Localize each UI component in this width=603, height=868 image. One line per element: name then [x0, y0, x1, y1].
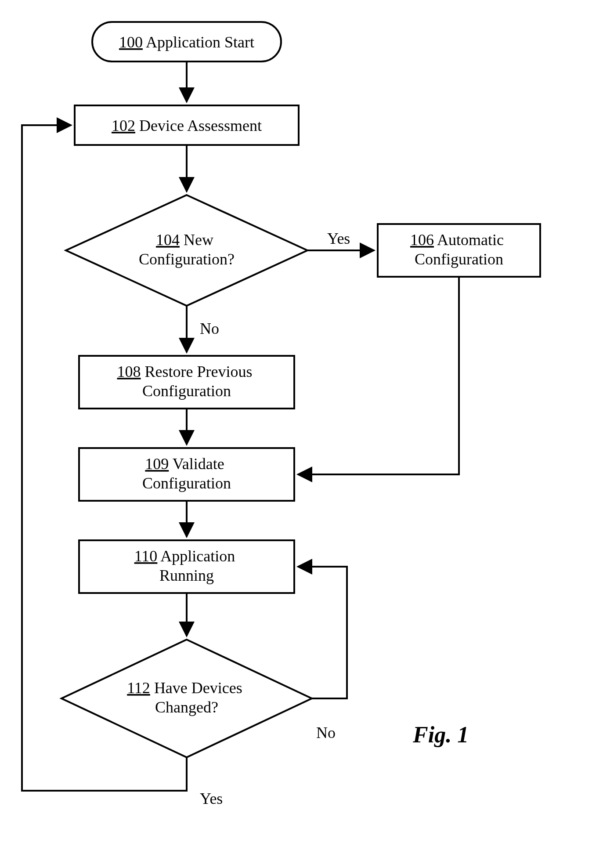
edge-104-no-label: No	[200, 320, 219, 337]
ref-104: 104	[156, 231, 180, 249]
node-auto-config: 106 Automatic Configuration	[378, 224, 540, 277]
lbl-110a: Application	[160, 547, 235, 565]
lbl-110b: Running	[159, 567, 214, 584]
lbl-112a: Have Devices	[154, 679, 242, 697]
flowchart: 100 Application Start 102 Device Assessm…	[0, 0, 603, 868]
lbl-106a: Automatic	[437, 231, 504, 249]
edge-112-no	[298, 567, 347, 698]
lbl-109b: Configuration	[142, 474, 231, 492]
svg-text:102
         
        Device A: 102 Device Assessment	[112, 117, 262, 134]
svg-text:100
         
        Applicat: 100 Application Start	[119, 33, 254, 51]
lbl-100: Application Start	[146, 33, 254, 51]
edge-112-yes-label: Yes	[200, 790, 223, 807]
node-start: 100 Application Start	[92, 22, 281, 61]
node-app-running: 110 Application Running	[79, 540, 294, 593]
ref-109: 109	[145, 455, 169, 473]
lbl-112b: Changed?	[155, 698, 218, 716]
lbl-109a: Validate	[173, 455, 224, 473]
ref-100: 100	[119, 33, 143, 51]
node-restore-prev: 108 Restore Previous Configuration	[79, 356, 294, 409]
lbl-102: Device Assessment	[139, 117, 262, 134]
lbl-104b: Configuration?	[139, 250, 235, 268]
node-device-assessment: 102 Device Assessment	[75, 105, 299, 145]
node-new-configuration-q: 104 New Configuration?	[66, 195, 307, 306]
edge-104-yes-label: Yes	[327, 230, 350, 247]
ref-112: 112	[127, 679, 150, 697]
edge-112-no-label: No	[316, 724, 336, 741]
lbl-104a: New	[184, 231, 213, 249]
lbl-106b: Configuration	[415, 250, 503, 268]
node-devices-changed-q: 112 Have Devices Changed?	[61, 640, 312, 757]
ref-108: 108	[117, 363, 141, 380]
ref-106: 106	[410, 231, 434, 249]
lbl-108b: Configuration	[142, 382, 231, 400]
node-validate-config: 109 Validate Configuration	[79, 448, 294, 501]
ref-110: 110	[134, 547, 158, 565]
ref-102: 102	[112, 117, 135, 134]
lbl-108a: Restore Previous	[145, 363, 253, 380]
figure-label: Fig. 1	[412, 722, 469, 747]
edge-106-109	[298, 277, 459, 474]
